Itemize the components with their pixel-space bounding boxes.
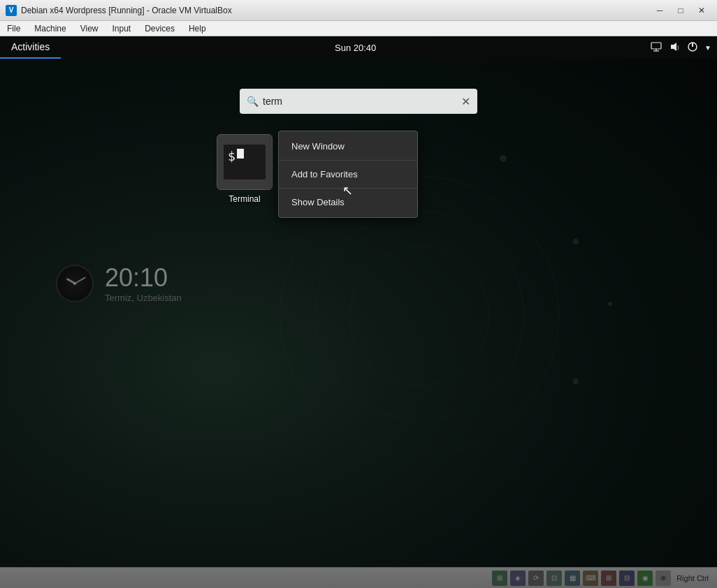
- terminal-icon-inner: $: [224, 145, 266, 179]
- menu-help[interactable]: Help: [182, 22, 213, 35]
- ctx-show-details[interactable]: Show Details: [279, 190, 417, 214]
- context-menu: New Window Add to Favorites Show Details: [278, 131, 418, 218]
- vbox-app-icon: V: [6, 5, 17, 16]
- search-bar-wrapper: 🔍 ✕: [240, 89, 477, 114]
- terminal-cursor: [237, 149, 244, 159]
- power-menu-icon[interactable]: ▼: [704, 44, 711, 52]
- vbox-title: Debian x64 Wordpress [Running] - Oracle …: [21, 6, 650, 15]
- system-tray: ) ▼: [650, 41, 717, 55]
- activities-button[interactable]: Activities: [0, 36, 61, 59]
- app-result-terminal[interactable]: $ Terminal: [217, 134, 273, 204]
- close-button[interactable]: ✕: [692, 3, 711, 18]
- svg-text:): ): [677, 44, 679, 50]
- ctx-divider-2: [279, 188, 417, 189]
- power-icon[interactable]: [686, 41, 699, 55]
- ctx-new-window[interactable]: New Window: [279, 134, 417, 159]
- terminal-app-icon: $: [217, 134, 273, 190]
- menu-input[interactable]: Input: [106, 22, 138, 35]
- network-icon[interactable]: [650, 41, 662, 55]
- volume-icon[interactable]: ): [668, 41, 681, 55]
- menu-view[interactable]: View: [73, 22, 106, 35]
- menu-devices[interactable]: Devices: [138, 22, 182, 35]
- vbox-menubar: File Machine View Input Devices Help: [0, 21, 717, 36]
- ctx-add-favorites[interactable]: Add to Favorites: [279, 162, 417, 186]
- search-icon: 🔍: [247, 96, 259, 107]
- terminal-prompt: $: [228, 149, 236, 163]
- search-bar: 🔍 ✕: [240, 89, 477, 114]
- gnome-clock: Sun 20:40: [61, 43, 650, 53]
- minimize-button[interactable]: ─: [650, 3, 669, 18]
- ctx-divider-1: [279, 160, 417, 161]
- svg-marker-3: [671, 43, 676, 51]
- clear-search-icon[interactable]: ✕: [461, 95, 470, 108]
- menu-machine[interactable]: Machine: [27, 22, 73, 35]
- terminal-app-label: Terminal: [229, 194, 260, 204]
- vbox-window-controls: ─ □ ✕: [650, 3, 711, 18]
- vbox-titlebar: V Debian x64 Wordpress [Running] - Oracl…: [0, 0, 717, 21]
- svg-rect-0: [651, 43, 661, 49]
- menu-file[interactable]: File: [0, 22, 27, 35]
- maximize-button[interactable]: □: [671, 3, 690, 18]
- search-input[interactable]: [263, 96, 457, 107]
- vm-guest-area: Activities Sun 20:40 ): [0, 36, 717, 588]
- gnome-topbar: Activities Sun 20:40 ): [0, 36, 717, 59]
